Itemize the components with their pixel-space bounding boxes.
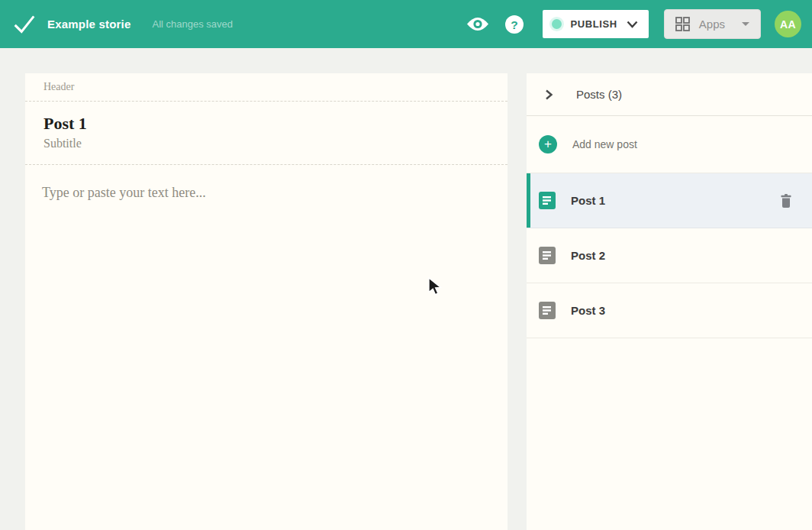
post-list-item-1[interactable]: Post 1 — [527, 173, 812, 228]
plus-icon: + — [539, 135, 557, 154]
body-text-placeholder[interactable]: Type or paste your text here... — [42, 185, 489, 201]
apps-label: Apps — [699, 18, 725, 31]
post-title-text[interactable]: Post 1 — [44, 114, 489, 134]
editor-canvas: Header Post 1 Subtitle Type or paste you… — [25, 73, 508, 530]
chevron-right-icon[interactable] — [543, 89, 556, 100]
post-label: Post 1 — [571, 194, 605, 207]
topbar-actions: ? PUBLISH Apps — [466, 9, 801, 39]
topbar: Example storie All changes saved ? PU — [0, 0, 812, 48]
document-icon — [539, 192, 556, 209]
help-button[interactable]: ? — [503, 13, 526, 36]
post-label: Post 3 — [571, 304, 605, 317]
add-new-post-button[interactable]: + Add new post — [527, 116, 812, 173]
posts-panel-header[interactable]: Posts (3) — [527, 73, 812, 116]
post-subtitle-text[interactable]: Subtitle — [44, 137, 489, 150]
editor-header-block[interactable]: Header — [25, 73, 508, 102]
delete-post-icon[interactable] — [778, 192, 794, 209]
grid-icon — [675, 17, 690, 31]
posts-panel: Posts (3) + Add new post Post 1 — [527, 73, 812, 530]
editor-body-block[interactable]: Type or paste your text here... — [25, 165, 508, 201]
document-title[interactable]: Example storie — [47, 18, 131, 31]
preview-button[interactable] — [466, 13, 489, 36]
post-list-item-3[interactable]: Post 3 — [527, 283, 812, 338]
editor-title-block[interactable]: Post 1 Subtitle — [25, 102, 508, 165]
publish-button[interactable]: PUBLISH — [543, 10, 649, 38]
publish-label: PUBLISH — [571, 18, 617, 30]
svg-text:?: ? — [511, 18, 517, 31]
post-list-item-2[interactable]: Post 2 — [527, 228, 812, 283]
caret-down-icon — [742, 22, 749, 26]
autosave-status: All changes saved — [153, 18, 234, 30]
add-new-post-label: Add new post — [572, 138, 637, 150]
eye-icon — [466, 16, 489, 32]
saved-check-icon[interactable] — [11, 11, 38, 38]
question-icon: ? — [504, 15, 524, 34]
chevron-down-icon — [627, 21, 638, 28]
document-icon — [539, 302, 556, 319]
publish-status-dot — [552, 19, 562, 29]
document-icon — [539, 247, 556, 264]
apps-button[interactable]: Apps — [664, 9, 761, 39]
avatar[interactable]: AA — [775, 11, 801, 37]
post-label: Post 2 — [571, 249, 605, 262]
posts-count-label: Posts (3) — [576, 88, 622, 101]
header-block-label: Header — [44, 81, 489, 93]
